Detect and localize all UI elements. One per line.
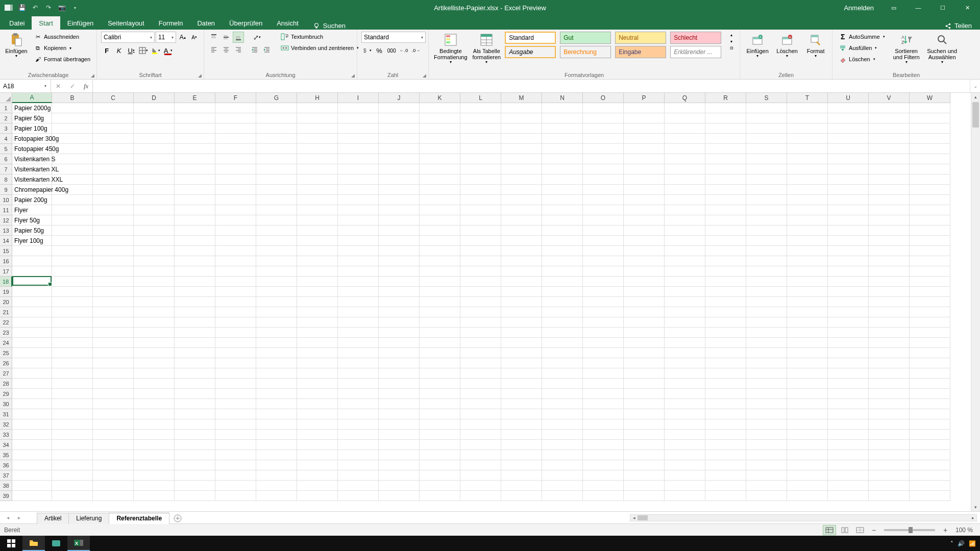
cell[interactable] (460, 358, 501, 368)
cell[interactable] (134, 236, 175, 246)
scroll-right-icon[interactable]: ▸ (969, 515, 976, 521)
cell[interactable] (910, 103, 950, 113)
cell[interactable] (297, 460, 338, 470)
cell[interactable] (828, 450, 869, 460)
dialog-launcher-icon[interactable]: ◢ (91, 73, 94, 78)
cell[interactable] (542, 134, 583, 144)
sheet-nav-prev-icon[interactable]: ◂ (3, 513, 12, 522)
fx-icon[interactable]: fx (80, 82, 92, 90)
cell[interactable] (420, 164, 460, 174)
cell[interactable] (501, 144, 542, 154)
minimize-icon[interactable]: — (909, 0, 928, 15)
cell[interactable] (93, 123, 134, 134)
cell[interactable] (869, 154, 910, 164)
cell[interactable] (420, 399, 460, 409)
row-header[interactable]: 14 (0, 236, 12, 246)
cell[interactable] (338, 205, 379, 215)
cell[interactable] (460, 205, 501, 215)
cell[interactable] (624, 185, 665, 195)
cell[interactable] (665, 123, 705, 134)
column-header[interactable]: G (256, 93, 297, 103)
cell[interactable] (746, 215, 787, 226)
styles-more-icon[interactable]: ⊟ (727, 45, 736, 52)
cell[interactable] (542, 409, 583, 419)
cell[interactable] (52, 481, 93, 491)
cell[interactable] (175, 205, 215, 215)
cell[interactable] (52, 379, 93, 389)
cell[interactable] (379, 430, 420, 440)
column-header[interactable]: R (705, 93, 746, 103)
italic-button[interactable]: K (113, 45, 125, 56)
cell[interactable] (828, 113, 869, 123)
cell[interactable] (420, 358, 460, 368)
cell[interactable] (297, 430, 338, 440)
cell[interactable] (705, 185, 746, 195)
cell[interactable] (175, 246, 215, 256)
cell[interactable] (256, 328, 297, 338)
cell[interactable] (501, 389, 542, 399)
cell[interactable] (501, 399, 542, 409)
cell[interactable]: Papier 50g (12, 113, 52, 123)
cell[interactable] (542, 195, 583, 205)
cell[interactable] (52, 134, 93, 144)
cell[interactable] (910, 174, 950, 185)
cell[interactable] (338, 348, 379, 358)
row-header[interactable]: 35 (0, 450, 12, 460)
cell[interactable] (379, 470, 420, 481)
cell[interactable] (583, 174, 624, 185)
cell[interactable] (215, 389, 256, 399)
cell[interactable] (297, 185, 338, 195)
cell[interactable] (379, 297, 420, 307)
cell[interactable] (134, 287, 175, 297)
autosum-button[interactable]: ΣAutoSumme▾ (837, 32, 887, 42)
cell[interactable] (501, 113, 542, 123)
cell[interactable] (12, 287, 52, 297)
cell[interactable] (828, 307, 869, 317)
fill-button[interactable]: Ausfüllen▾ (837, 43, 887, 53)
cell[interactable] (746, 460, 787, 470)
cell[interactable] (460, 134, 501, 144)
cell[interactable] (705, 440, 746, 450)
cell[interactable] (583, 144, 624, 154)
align-left-button[interactable] (208, 44, 219, 55)
row-header[interactable]: 3 (0, 123, 12, 134)
cell[interactable] (420, 103, 460, 113)
cell[interactable] (420, 389, 460, 399)
cell[interactable] (12, 450, 52, 460)
cell[interactable] (501, 348, 542, 358)
cell[interactable]: Papier 200g (12, 195, 52, 205)
cell[interactable] (175, 389, 215, 399)
cell[interactable] (624, 236, 665, 246)
cell[interactable] (910, 358, 950, 368)
cell[interactable] (93, 450, 134, 460)
column-header[interactable]: F (215, 93, 256, 103)
cell[interactable] (52, 123, 93, 134)
cell[interactable] (338, 144, 379, 154)
cell[interactable] (134, 144, 175, 154)
dialog-launcher-icon[interactable]: ◢ (198, 73, 202, 78)
row-header[interactable]: 7 (0, 164, 12, 174)
cell[interactable] (869, 379, 910, 389)
cell[interactable] (52, 460, 93, 470)
cell[interactable] (624, 317, 665, 328)
cell[interactable] (501, 277, 542, 287)
cell[interactable] (583, 226, 624, 236)
cell[interactable] (52, 450, 93, 460)
cell[interactable] (665, 358, 705, 368)
taskbar-app[interactable] (45, 536, 67, 551)
fill-color-button[interactable]: ▾ (150, 45, 161, 56)
cell[interactable] (746, 358, 787, 368)
comma-button[interactable]: 000 (386, 45, 397, 56)
cell[interactable] (379, 338, 420, 348)
cell[interactable] (583, 236, 624, 246)
tray-chevron-icon[interactable]: ˄ (950, 540, 953, 547)
cell[interactable] (12, 491, 52, 501)
cell[interactable] (338, 154, 379, 164)
cell[interactable] (420, 368, 460, 379)
cell[interactable] (828, 430, 869, 440)
cell[interactable] (379, 450, 420, 460)
new-sheet-button[interactable] (171, 513, 184, 524)
cell[interactable] (175, 144, 215, 154)
scroll-down-icon[interactable]: ▾ (971, 503, 980, 511)
cell[interactable] (869, 287, 910, 297)
